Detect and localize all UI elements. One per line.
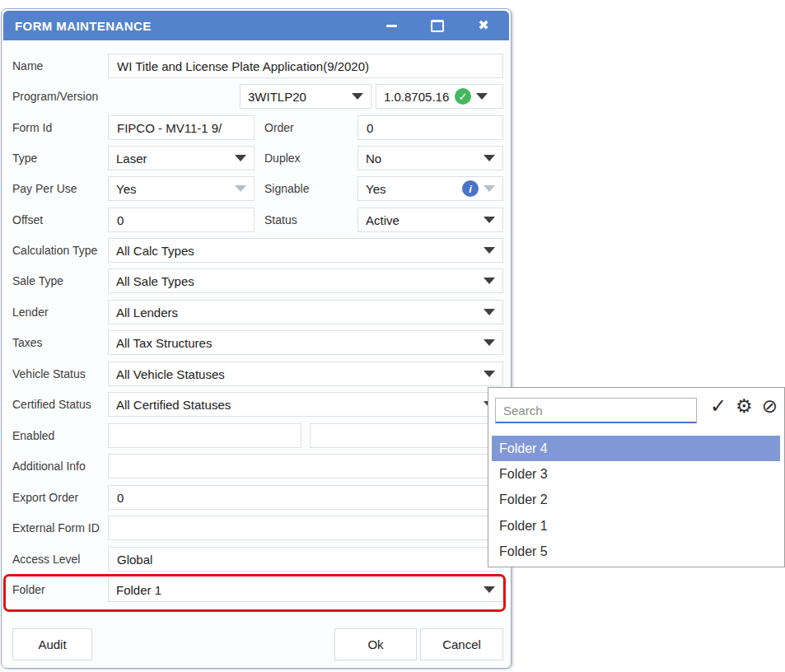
sale-type-value: All Sale Types <box>116 274 479 288</box>
form-id-label: Form Id <box>12 121 52 134</box>
list-item[interactable]: Folder 4 <box>492 436 780 461</box>
signable-value: Yes <box>366 182 457 196</box>
type-dropdown[interactable]: Laser <box>108 146 255 170</box>
list-item[interactable]: Folder 5 <box>492 539 780 565</box>
window-title: FORM MAINTENANCE <box>3 19 384 33</box>
chevron-down-icon[interactable] <box>484 371 495 377</box>
duplex-label: Duplex <box>264 152 301 165</box>
form-id-field[interactable] <box>108 115 255 140</box>
pay-per-use-dropdown[interactable]: Yes <box>108 176 255 201</box>
chevron-down-icon[interactable] <box>235 155 246 161</box>
taxes-dropdown[interactable]: All Tax Structures <box>108 330 503 355</box>
row-certified-status: Certified Status All Certified Statuses <box>2 392 511 417</box>
cancel-button[interactable]: Cancel <box>420 628 503 660</box>
row-vehicle-status: Vehicle Status All Vehicle Statuses <box>2 362 511 386</box>
duplex-value: No <box>366 152 479 166</box>
chevron-down-icon[interactable] <box>476 93 488 100</box>
calculation-type-dropdown[interactable]: All Calc Types <box>108 238 503 263</box>
block-icon[interactable]: ⊘ <box>762 397 778 416</box>
calculation-type-value: All Calc Types <box>116 244 479 258</box>
certified-status-dropdown[interactable]: All Certified Statuses <box>108 392 503 417</box>
chevron-down-icon[interactable] <box>484 155 495 161</box>
screen: { "window": { "title": "FORM MAINTENANCE… <box>0 0 785 672</box>
folder-dropdown-popup: ✓ ⚙ ⊘ Folder 4 Folder 3 Folder 2 Folder … <box>488 387 785 567</box>
export-order-label: Export Order <box>12 491 78 504</box>
row-program-version: Program/Version 3WITLP20 1.0.8705.165 ✓ <box>2 84 511 109</box>
program-dropdown[interactable]: 3WITLP20 <box>240 84 371 109</box>
ok-button[interactable]: Ok <box>334 628 417 660</box>
certified-status-value: All Certified Statuses <box>116 398 479 412</box>
sale-type-label: Sale Type <box>12 274 63 287</box>
folder-list: Folder 4 Folder 3 Folder 2 Folder 1 Fold… <box>492 436 780 565</box>
folder-dropdown[interactable]: Folder 1 <box>108 577 503 602</box>
minimize-button[interactable] <box>384 18 399 33</box>
external-form-id-field[interactable] <box>108 516 503 540</box>
chevron-down-icon[interactable] <box>484 247 495 254</box>
order-field[interactable] <box>357 115 503 140</box>
folder-value: Folder 1 <box>116 583 479 597</box>
folder-label: Folder <box>12 583 45 596</box>
chevron-down-icon[interactable] <box>484 586 495 593</box>
export-order-field[interactable] <box>108 485 503 510</box>
certified-status-label: Certified Status <box>12 398 91 411</box>
calculation-type-label: Calculation Type <box>12 244 97 257</box>
taxes-value: All Tax Structures <box>116 336 479 350</box>
list-item[interactable]: Folder 2 <box>492 488 780 513</box>
access-level-field[interactable] <box>108 547 503 572</box>
taxes-label: Taxes <box>12 336 43 349</box>
row-taxes: Taxes All Tax Structures <box>2 330 511 355</box>
type-label: Type <box>12 152 37 165</box>
row-folder: Folder Folder 1 <box>2 577 511 602</box>
maximize-button[interactable] <box>430 18 445 33</box>
row-external-form-id: External Form ID <box>2 516 511 540</box>
lender-label: Lender <box>12 306 49 319</box>
list-item[interactable]: Folder 1 <box>492 513 780 539</box>
row-sale-type: Sale Type All Sale Types <box>2 268 511 293</box>
row-access-level: Access Level <box>2 547 511 572</box>
offset-field[interactable] <box>108 208 255 232</box>
status-label: Status <box>264 213 297 226</box>
row-export-order: Export Order <box>2 485 511 510</box>
sale-type-dropdown[interactable]: All Sale Types <box>108 268 503 293</box>
external-form-id-label: External Form ID <box>12 521 100 534</box>
lender-dropdown[interactable]: All Lenders <box>108 300 503 324</box>
pay-per-use-label: Pay Per Use <box>12 182 77 195</box>
title-bar: FORM MAINTENANCE ✖ <box>3 11 509 40</box>
minimize-icon <box>386 25 397 27</box>
chevron-down-icon <box>484 185 495 192</box>
chevron-down-icon[interactable] <box>352 93 363 100</box>
close-button[interactable]: ✖ <box>476 18 491 33</box>
info-icon: i <box>462 180 479 197</box>
enabled-to-field[interactable] <box>310 423 503 448</box>
duplex-dropdown[interactable]: No <box>357 146 503 170</box>
enabled-from-field[interactable] <box>108 423 301 448</box>
program-version-label: Program/Version <box>12 90 98 103</box>
row-calculation-type: Calculation Type All Calc Types <box>2 238 511 263</box>
chevron-down-icon[interactable] <box>484 309 495 315</box>
name-field[interactable] <box>108 54 503 78</box>
signable-dropdown[interactable]: Yes i <box>357 176 503 201</box>
program-value: 3WITLP20 <box>248 90 347 104</box>
additional-info-field[interactable] <box>108 454 503 478</box>
vehicle-status-dropdown[interactable]: All Vehicle Statuses <box>108 362 503 386</box>
row-offset-status: Offset Status Active <box>2 208 511 232</box>
row-enabled: Enabled <box>2 423 511 448</box>
status-value: Active <box>366 213 479 227</box>
audit-button[interactable]: Audit <box>12 628 92 660</box>
chevron-down-icon[interactable] <box>484 339 495 346</box>
lender-value: All Lenders <box>116 306 479 320</box>
version-dropdown[interactable]: 1.0.8705.165 ✓ <box>376 84 503 109</box>
offset-label: Offset <box>12 213 43 226</box>
gear-icon[interactable]: ⚙ <box>736 397 753 416</box>
chevron-down-icon[interactable] <box>484 217 495 223</box>
confirm-check-icon[interactable]: ✓ <box>710 396 727 416</box>
vehicle-status-value: All Vehicle Statuses <box>116 367 479 381</box>
order-label: Order <box>264 121 294 134</box>
form-maintenance-dialog: FORM MAINTENANCE ✖ Name Program/Version … <box>1 8 512 669</box>
list-item[interactable]: Folder 3 <box>492 461 780 487</box>
chevron-down-icon[interactable] <box>484 278 495 284</box>
window-controls: ✖ <box>384 18 509 33</box>
close-icon: ✖ <box>478 19 488 32</box>
search-input[interactable] <box>495 398 697 423</box>
status-dropdown[interactable]: Active <box>357 208 503 232</box>
